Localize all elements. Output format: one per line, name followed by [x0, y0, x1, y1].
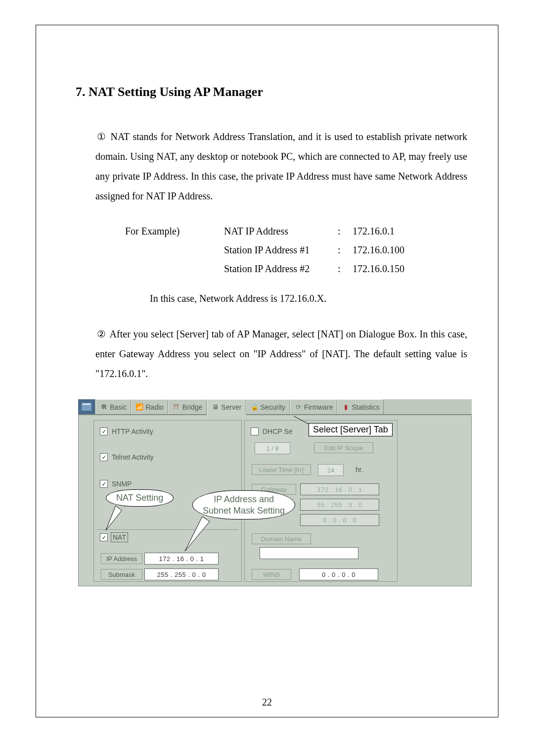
paragraph-1-text: NAT stands for Network Address Translati…	[95, 131, 467, 201]
wins-input[interactable]: 0 . 0 . 0 . 0	[299, 568, 378, 580]
tab-bridge[interactable]: ⛩ Bridge	[168, 399, 207, 414]
submask-label: Submask	[101, 569, 142, 580]
domain-name-label: Domain Name	[252, 533, 311, 544]
callout-nat-setting: NAT Setting	[106, 489, 174, 507]
radio-icon: 📶	[135, 403, 143, 411]
http-activity-checkbox[interactable]: ✓ HTTP Activity	[100, 427, 153, 435]
tab-radio[interactable]: 📶 Radio	[131, 399, 168, 414]
basic-icon: 🛠	[100, 403, 108, 411]
snmp-checkbox[interactable]: ✓ SNMP	[100, 480, 132, 488]
telnet-activity-checkbox[interactable]: ✓ Telnet Activity	[100, 453, 154, 461]
example-key: Station IP Address #2	[224, 259, 338, 278]
checkbox-checked-icon: ✓	[100, 533, 108, 541]
paragraph-1: ① NAT stands for Network Address Transla…	[95, 127, 467, 206]
tab-label: Server	[221, 403, 241, 411]
tab-label: Radio	[145, 403, 164, 411]
marker-2: ②	[95, 324, 107, 344]
tab-security[interactable]: 🔒 Security	[246, 399, 290, 414]
checkbox-label: SNMP	[112, 480, 132, 488]
checkbox-empty-icon	[251, 427, 259, 435]
lease-time-unit: hr.	[356, 466, 363, 473]
tab-label: Firmware	[304, 403, 333, 411]
tab-label: Statistics	[352, 403, 379, 411]
example-sep: :	[338, 222, 353, 240]
nat-submask-input[interactable]: 255 . 255 . 0 . 0	[144, 568, 219, 580]
example-label: For Example)	[125, 222, 224, 240]
tab-firmware[interactable]: ⟳ Firmware	[290, 399, 337, 414]
callout-ip-subnet: IP Address and Subnet Mask Setting	[192, 490, 295, 520]
nat-ip-input[interactable]: 172 . 16 . 0 . 1	[144, 553, 219, 565]
paragraph-2-text: After you select [Server] tab of AP Mana…	[95, 329, 467, 379]
firmware-icon: ⟳	[294, 403, 302, 411]
example-table: For Example) NAT IP Address : 172.16.0.1…	[125, 222, 467, 278]
callout-select-server: Select [Server] Tab	[309, 423, 393, 436]
zero-ip-input[interactable]: 0 . 0 . 0 . 0	[300, 514, 379, 526]
example-key: Station IP Address #1	[224, 240, 338, 259]
edit-ip-scope-button[interactable]: Edit IP Scope	[314, 442, 373, 453]
checkbox-label: Telnet Activity	[112, 453, 154, 461]
lease-time-label: Lease Time [hr]	[252, 464, 311, 475]
example-sep: :	[338, 259, 353, 278]
ip-address-label: IP Address	[101, 553, 142, 564]
svg-rect-1	[83, 404, 90, 405]
server-icon: 🖥	[211, 403, 219, 411]
marker-1: ①	[95, 127, 107, 146]
example-sep: :	[338, 240, 353, 259]
tab-label: Security	[261, 403, 286, 411]
lease-time-input[interactable]: 24	[318, 464, 344, 476]
network-address-note: In this case, Network Address is 172.16.…	[150, 293, 467, 304]
page-number: 22	[36, 697, 498, 708]
example-val: 172.16.0.150	[353, 259, 432, 278]
svg-marker-2	[106, 506, 122, 530]
tab-strip: 🛠 Basic 📶 Radio ⛩ Bridge 🖥 Server 🔒	[78, 399, 472, 415]
ap-manager-screenshot: 🛠 Basic 📶 Radio ⛩ Bridge 🖥 Server 🔒	[78, 399, 472, 586]
tab-basic[interactable]: 🛠 Basic	[95, 399, 131, 414]
checkbox-label: HTTP Activity	[112, 427, 153, 435]
tab-label: Basic	[110, 403, 127, 411]
security-icon: 🔒	[251, 403, 259, 411]
example-val: 172.16.0.1	[353, 222, 432, 240]
checkbox-checked-icon: ✓	[100, 453, 108, 461]
domain-name-input[interactable]	[260, 547, 358, 559]
example-key: NAT IP Address	[224, 222, 338, 240]
statistics-icon: ▮	[342, 403, 350, 411]
gateway-input[interactable]: 172 . 16 . 0 . 1	[300, 483, 379, 495]
checkbox-checked-icon: ✓	[100, 427, 108, 435]
example-val: 172.16.0.100	[353, 240, 432, 259]
scope-count: 1 / 8	[255, 442, 290, 454]
paragraph-2: ② After you select [Server] tab of AP Ma…	[95, 324, 467, 383]
checkbox-label: NAT	[112, 533, 127, 541]
tab-label: Bridge	[182, 403, 202, 411]
section-title: 7. NAT Setting Using AP Manager	[76, 85, 467, 99]
wins-label: WINS	[252, 569, 291, 580]
bridge-icon: ⛩	[173, 403, 180, 411]
svg-marker-3	[185, 517, 210, 551]
checkbox-checked-icon: ✓	[100, 480, 108, 488]
tab-statistics[interactable]: ▮ Statistics	[337, 399, 384, 414]
mask-input[interactable]: 55 . 255 . 0 . 0	[300, 499, 379, 511]
tab-server[interactable]: 🖥 Server	[207, 399, 246, 415]
system-menu-icon[interactable]	[78, 399, 95, 414]
nat-checkbox[interactable]: ✓ NAT	[100, 533, 127, 541]
